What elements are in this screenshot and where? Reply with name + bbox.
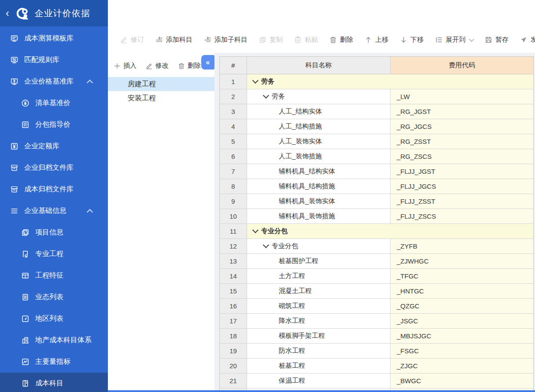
table-row-15[interactable]: 15 混凝土工程 _HNTGC xyxy=(220,284,533,299)
table-row-5[interactable]: 5 人工_装饰实体 _RG_ZSST xyxy=(220,134,533,149)
subject-name-cell[interactable]: 辅料机具_结构措施 xyxy=(247,179,391,194)
toolbar-button-1[interactable]: 添加科目 xyxy=(155,36,192,44)
fee-code-cell[interactable]: _QZGC xyxy=(391,299,533,313)
sidebar-item-7[interactable]: 成本归档文件库 xyxy=(0,179,108,200)
chevron-up-icon[interactable] xyxy=(87,80,93,86)
table-row-14[interactable]: 14 土方工程 _TFGC xyxy=(220,269,533,284)
subject-name-cell[interactable]: 模板脚手架工程 xyxy=(247,329,391,343)
fee-code-cell[interactable]: _MBJSJGC xyxy=(391,329,533,343)
subject-name-cell[interactable]: 混凝土工程 xyxy=(247,284,391,298)
toolbar-button-0[interactable]: 修订 xyxy=(120,36,144,44)
toolbar-button-8[interactable]: 展开到 xyxy=(435,36,473,44)
fee-code-cell[interactable] xyxy=(391,74,533,89)
toolbar-button-7[interactable]: 下移 xyxy=(400,36,424,44)
sidebar-item-3[interactable]: 清单基准价 xyxy=(0,92,108,114)
table-row-3[interactable]: 3 人工_结构实体 _RG_JGST xyxy=(220,104,533,119)
sidebar-item-5[interactable]: 企业定额库 xyxy=(0,136,108,157)
fee-code-cell[interactable]: _FLJJ_ZSST xyxy=(391,194,533,209)
toolbar-button-9[interactable]: 暂存 xyxy=(485,36,509,44)
panel-button-1[interactable]: 修改 xyxy=(146,62,169,70)
fee-code-cell[interactable]: _FLJJ_JGST xyxy=(391,164,533,179)
subject-name-cell[interactable]: 辅料机具_装饰措施 xyxy=(247,209,391,223)
fee-code-cell[interactable]: _RG_ZSST xyxy=(391,134,533,149)
table-row-20[interactable]: 20 桩基工程 _ZJGC xyxy=(220,359,533,374)
table-row-11[interactable]: 11 专业分包 xyxy=(220,224,533,239)
toolbar-button-5[interactable]: 删除 xyxy=(329,36,353,44)
chevron-down-icon[interactable] xyxy=(263,92,269,99)
sidebar-item-15[interactable]: 主要量指标 xyxy=(0,351,108,373)
table-row-16[interactable]: 16 砌筑工程 _QZGC xyxy=(220,299,533,314)
sidebar-item-8[interactable]: 企业基础信息 xyxy=(0,200,108,222)
fee-code-cell[interactable]: _RG_JGST xyxy=(391,104,533,119)
fee-code-cell[interactable]: _HNTGC xyxy=(391,284,533,298)
table-row-6[interactable]: 6 人工_装饰措施 _RG_ZSCS xyxy=(220,149,533,164)
fee-code-cell[interactable]: _RG_ZSCS xyxy=(391,149,533,164)
sidebar-item-6[interactable]: 企业归档文件库 xyxy=(0,157,108,179)
fee-code-cell[interactable]: _ZJGC xyxy=(391,359,533,373)
table-row-7[interactable]: 7 辅料机具_结构实体 _FLJJ_JGST xyxy=(220,164,533,179)
sidebar-item-10[interactable]: 专业工程 xyxy=(0,243,108,265)
chevron-down-icon[interactable] xyxy=(263,242,269,248)
sidebar-item-4[interactable]: 劳 分包指导价 xyxy=(0,114,108,136)
table-row-1[interactable]: 1 劳务 xyxy=(220,74,533,89)
chevron-up-icon[interactable] xyxy=(87,209,93,215)
subject-name-cell[interactable]: 保温工程 xyxy=(247,374,391,388)
table-row-9[interactable]: 9 辅料机具_装饰实体 _FLJJ_ZSST xyxy=(220,194,533,209)
toolbar-button-2[interactable]: 添加子科目 xyxy=(204,36,247,44)
sidebar-item-12[interactable]: 业态列表 xyxy=(0,286,108,308)
fee-code-cell[interactable]: _TFGC xyxy=(391,269,533,283)
subject-name-cell[interactable]: 人工_结构实体 xyxy=(247,104,391,119)
table-row-21[interactable]: 21 保温工程 _BWGC xyxy=(220,374,533,388)
horizontal-scrollbar[interactable] xyxy=(108,390,535,392)
chevron-down-icon[interactable] xyxy=(469,37,474,41)
table-row-10[interactable]: 10 辅料机具_装饰措施 _FLJJ_ZSCS xyxy=(220,209,533,224)
panel-button-2[interactable]: 删除 xyxy=(178,62,201,70)
fee-code-cell[interactable]: _LW xyxy=(391,89,533,104)
toolbar-button-4[interactable]: 粘贴 xyxy=(294,36,318,44)
fee-code-cell[interactable]: _ZJWHGC xyxy=(391,254,533,268)
collapse-panel-button[interactable]: « xyxy=(201,55,214,70)
chevron-down-icon[interactable] xyxy=(252,227,258,233)
fee-code-cell[interactable]: _JSGC xyxy=(391,314,533,328)
subject-name-cell[interactable]: 劳务 xyxy=(247,89,391,104)
subject-name-cell[interactable]: 辅料机具_结构实体 xyxy=(247,164,391,179)
subject-name-cell[interactable]: 辅料机具_装饰实体 xyxy=(247,194,391,209)
fee-code-cell[interactable]: _FLJJ_JGCS xyxy=(391,179,533,194)
subject-name-cell[interactable]: 桩基围护工程 xyxy=(247,254,391,268)
sidebar-item-9[interactable]: 项目信息 xyxy=(0,222,108,243)
subject-name-cell[interactable]: 桩基工程 xyxy=(247,359,391,373)
table-row-4[interactable]: 4 人工_结构措施 _RG_JGCS xyxy=(220,119,533,134)
toolbar-button-10[interactable]: 发布 xyxy=(520,36,535,44)
subject-name-cell[interactable]: 人工_装饰实体 xyxy=(247,134,391,149)
back-icon[interactable]: ‹ xyxy=(6,8,9,18)
panel-button-0[interactable]: 插入 xyxy=(114,62,137,70)
table-row-19[interactable]: 19 防水工程 _FSGC xyxy=(220,344,533,359)
toolbar-button-3[interactable]: 复制 xyxy=(259,36,283,44)
table-row-17[interactable]: 17 降水工程 _JSGC xyxy=(220,314,533,329)
subject-name-cell[interactable]: 砌筑工程 xyxy=(247,299,391,313)
sidebar-item-2[interactable]: 企业价格基准库 xyxy=(0,71,108,92)
subject-name-cell[interactable]: 人工_装饰措施 xyxy=(247,149,391,164)
sidebar-item-0[interactable]: 成本测算模板库 xyxy=(0,28,108,49)
sidebar-item-11[interactable]: 工程特征 xyxy=(0,265,108,286)
subject-name-cell[interactable]: 降水工程 xyxy=(247,314,391,328)
subject-name-cell[interactable]: 劳务 xyxy=(247,74,391,89)
table-row-8[interactable]: 8 辅料机具_结构措施 _FLJJ_JGCS xyxy=(220,179,533,194)
subject-name-cell[interactable]: 土方工程 xyxy=(247,269,391,283)
chevron-down-icon[interactable] xyxy=(252,77,258,84)
table-row-2[interactable]: 2 劳务 _LW xyxy=(220,89,533,104)
fee-code-cell[interactable] xyxy=(391,224,533,238)
table-row-12[interactable]: 12 专业分包 _ZYFB xyxy=(220,239,533,254)
fee-code-cell[interactable]: _FSGC xyxy=(391,344,533,358)
table-row-13[interactable]: 13 桩基围护工程 _ZJWHGC xyxy=(220,254,533,269)
tree-item-0[interactable]: 房建工程 xyxy=(108,77,214,91)
fee-code-cell[interactable]: _FLJJ_ZSCS xyxy=(391,209,533,223)
fee-code-cell[interactable]: _BWGC xyxy=(391,374,533,388)
sidebar-item-16[interactable]: 成本科目 xyxy=(0,373,108,392)
subject-name-cell[interactable]: 人工_结构措施 xyxy=(247,119,391,134)
tree-item-1[interactable]: 安装工程 xyxy=(108,91,214,105)
toolbar-button-6[interactable]: 上移 xyxy=(365,36,388,44)
sidebar-item-13[interactable]: 地区列表 xyxy=(0,308,108,330)
subject-name-cell[interactable]: 专业分包 xyxy=(247,224,391,238)
sidebar-item-1[interactable]: 匹配规则库 xyxy=(0,49,108,71)
